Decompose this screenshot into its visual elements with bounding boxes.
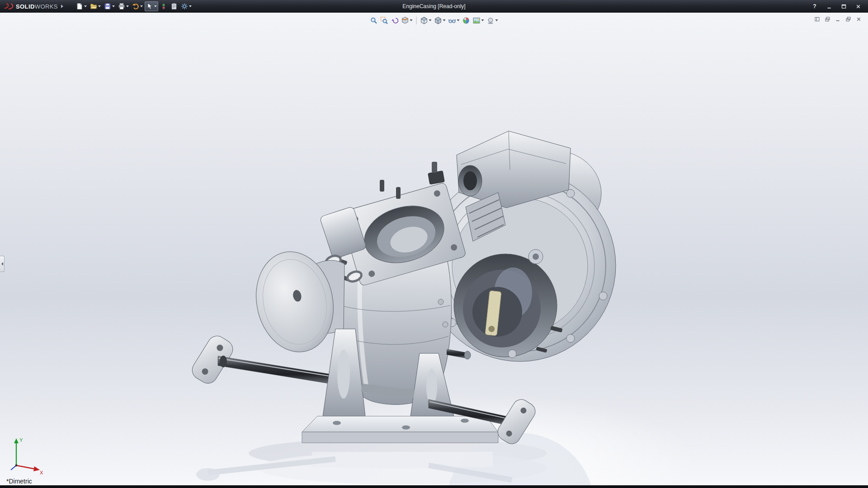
- maximize-button[interactable]: [838, 2, 849, 10]
- hide-show-items-icon: [448, 17, 456, 24]
- engine-casing-model[interactable]: [0, 13, 868, 485]
- zoom-to-area-button[interactable]: [380, 15, 389, 25]
- cascade-windows-button[interactable]: [823, 15, 831, 23]
- toolbar-separator: [416, 17, 417, 24]
- close-icon: [855, 4, 861, 9]
- section-view-button[interactable]: [401, 15, 414, 25]
- dropdown-caret-icon[interactable]: [443, 19, 446, 21]
- triad-x-label: X: [40, 470, 43, 475]
- feature-tree-collapse-handle[interactable]: [0, 256, 5, 272]
- brand-text: SOLIDWORKS: [16, 3, 58, 10]
- new-document-icon: [76, 3, 83, 10]
- options-icon: [181, 3, 188, 10]
- dropdown-caret-icon[interactable]: [457, 19, 460, 21]
- cascade-icon: [825, 16, 830, 22]
- titlebar: SOLIDWORKS EngineCasing [Read-only] ?: [0, 0, 868, 13]
- document-title: EngineCasing [Read-only]: [402, 3, 465, 9]
- close-button[interactable]: [853, 2, 863, 10]
- brand-solid: SOLID: [16, 3, 35, 10]
- panel-icon: [814, 16, 820, 22]
- undo-button[interactable]: [131, 1, 144, 11]
- clutch-cover-disc[interactable]: [247, 244, 344, 359]
- doc-close-button[interactable]: [854, 15, 863, 23]
- undo-icon: [132, 3, 139, 10]
- dropdown-caret-icon[interactable]: [140, 5, 143, 7]
- front-bolt: [447, 349, 471, 359]
- view-orientation-label: *Dimetric: [6, 478, 32, 485]
- save-icon: [104, 3, 111, 10]
- minimize-icon: [835, 16, 841, 22]
- options-button[interactable]: [179, 1, 193, 11]
- section-view-icon: [401, 17, 409, 24]
- orientation-triad: Y X: [9, 436, 47, 475]
- print-icon: [118, 3, 125, 10]
- doc-minimize-button[interactable]: [834, 15, 842, 23]
- window-controls: ?: [809, 2, 868, 10]
- graphics-viewport[interactable]: Y X *Dimetric: [0, 13, 868, 485]
- dropdown-caret-icon[interactable]: [98, 5, 101, 7]
- file-properties-icon: [170, 3, 178, 10]
- document-window-controls: [813, 15, 863, 23]
- view-orientation-icon: [420, 17, 428, 24]
- rebuild-button[interactable]: [159, 1, 169, 11]
- solidworks-brand: SOLIDWORKS: [0, 3, 68, 10]
- brand-works: WORKS: [35, 3, 58, 10]
- main-toolbar: [75, 1, 193, 11]
- rebuild-icon: [160, 3, 167, 10]
- display-style-icon: [434, 17, 442, 24]
- open-folder-icon: [90, 3, 97, 10]
- hide-show-items-button[interactable]: [448, 15, 461, 25]
- new-document-button[interactable]: [75, 1, 88, 11]
- triad-y-label: Y: [19, 437, 23, 443]
- headsup-view-toolbar: [369, 15, 499, 25]
- taskbar-strip: [0, 485, 868, 488]
- display-style-button[interactable]: [434, 15, 447, 25]
- select-button[interactable]: [145, 1, 158, 11]
- save-button[interactable]: [103, 1, 116, 11]
- base-plate[interactable]: [302, 416, 498, 443]
- dropdown-caret-icon[interactable]: [112, 5, 115, 7]
- dropdown-caret-icon[interactable]: [495, 19, 498, 21]
- edit-appearance-icon: [462, 17, 470, 24]
- dropdown-caret-icon[interactable]: [189, 5, 192, 7]
- doc-restore-button[interactable]: [844, 15, 852, 23]
- view-orientation-button[interactable]: [420, 15, 433, 25]
- minimize-button[interactable]: [824, 2, 835, 10]
- select-cursor-icon: [146, 3, 153, 10]
- zoom-to-fit-button[interactable]: [369, 15, 379, 25]
- edit-appearance-button[interactable]: [462, 15, 471, 25]
- dropdown-caret-icon[interactable]: [410, 19, 413, 21]
- zoom-fit-icon: [370, 17, 378, 24]
- open-button[interactable]: [89, 1, 102, 11]
- maximize-icon: [841, 4, 847, 9]
- view-settings-button[interactable]: [486, 15, 499, 25]
- print-button[interactable]: [117, 1, 130, 11]
- apply-scene-button[interactable]: [472, 15, 485, 25]
- previous-view-icon: [391, 17, 399, 24]
- dropdown-caret-icon[interactable]: [126, 5, 129, 7]
- ds-logo-icon: [4, 3, 14, 10]
- menu-expand-button[interactable]: [61, 3, 66, 10]
- help-button[interactable]: ?: [809, 2, 820, 10]
- dropdown-caret-icon[interactable]: [429, 19, 432, 21]
- apply-scene-icon: [473, 17, 481, 24]
- view-settings-icon: [487, 17, 495, 24]
- close-icon: [856, 16, 862, 22]
- dropdown-caret-icon[interactable]: [84, 5, 87, 7]
- minimize-icon: [826, 4, 832, 9]
- zoom-area-icon: [381, 17, 388, 24]
- show-feature-tree-button[interactable]: [813, 15, 821, 23]
- dropdown-caret-icon[interactable]: [481, 19, 484, 21]
- dropdown-caret-icon[interactable]: [154, 5, 157, 7]
- solidworks-window: SOLIDWORKS EngineCasing [Read-only] ?: [0, 0, 868, 488]
- file-properties-button[interactable]: [169, 1, 179, 11]
- previous-view-button[interactable]: [390, 15, 400, 25]
- restore-icon: [845, 16, 851, 22]
